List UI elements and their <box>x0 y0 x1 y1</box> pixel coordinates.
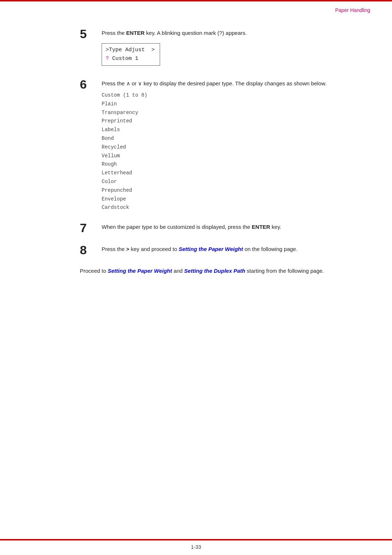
list-item: Cardstock <box>102 203 370 212</box>
step-7-desc: When the paper type to be customized is … <box>102 223 370 231</box>
main-content: 5 Press the ENTER key. A blinking questi… <box>80 29 370 533</box>
step-8-gt-key: > <box>126 246 130 252</box>
step-5-qmark: ? <box>219 30 222 36</box>
top-border <box>0 0 392 1</box>
arrow-up-icon: ∧ <box>126 80 130 86</box>
step-6-row: 6 Press the ∧ or ∨ key to display the de… <box>80 80 370 212</box>
arrow-down-icon: ∨ <box>138 80 142 86</box>
header-title: Paper Handling <box>335 7 370 13</box>
step-8-link[interactable]: Setting the Paper Weight <box>179 246 243 252</box>
step-7-enter-key: ENTER <box>252 224 270 230</box>
paper-type-list: Custom (1 to 8) Plain Transparency Prepr… <box>102 91 370 212</box>
proceed-paragraph: Proceed to Setting the Paper Weight and … <box>80 267 370 275</box>
step-7-content: When the paper type to be customized is … <box>102 223 370 234</box>
list-item: Envelope <box>102 195 370 204</box>
list-item: Letterhead <box>102 169 370 178</box>
list-item: Vellum <box>102 152 370 161</box>
step-7-number: 7 <box>80 222 102 234</box>
list-item: Rough <box>102 160 370 169</box>
step-8-content: Press the > key and proceed to Setting t… <box>102 245 370 256</box>
list-item: Custom (1 to 8) <box>102 91 370 100</box>
step-5-number: 5 <box>80 28 102 40</box>
step-5-desc: Press the ENTER key. A blinking question… <box>102 29 370 37</box>
list-item: Preprinted <box>102 117 370 126</box>
lcd-cursor: ? <box>106 56 109 62</box>
list-item: Plain <box>102 100 370 109</box>
step-6-number: 6 <box>80 78 102 90</box>
page-number: 1-33 <box>191 544 201 550</box>
step-5-content: Press the ENTER key. A blinking question… <box>102 29 370 69</box>
list-item: Bond <box>102 134 370 143</box>
step-8-row: 8 Press the > key and proceed to Setting… <box>80 245 370 256</box>
step-6-content: Press the ∧ or ∨ key to display the desi… <box>102 80 370 212</box>
list-item: Labels <box>102 126 370 134</box>
lcd-display: >Type Adjust > ? Custom 1 <box>102 43 160 66</box>
step-5-enter-key: ENTER <box>126 30 145 36</box>
list-item: Recycled <box>102 143 370 152</box>
bottom-border <box>0 539 392 540</box>
list-item: Transparency <box>102 109 370 117</box>
step-8-desc: Press the > key and proceed to Setting t… <box>102 245 370 254</box>
proceed-link-2[interactable]: Setting the Duplex Path <box>184 268 245 274</box>
page-footer: 1-33 <box>0 544 392 550</box>
step-7-row: 7 When the paper type to be customized i… <box>80 223 370 234</box>
step-6-desc: Press the ∧ or ∨ key to display the desi… <box>102 80 370 88</box>
proceed-link-1[interactable]: Setting the Paper Weight <box>108 268 172 274</box>
page-header: Paper Handling <box>335 7 370 13</box>
list-item: Prepunched <box>102 186 370 195</box>
list-item: Color <box>102 178 370 186</box>
step-8-number: 8 <box>80 244 102 256</box>
lcd-line2: ? Custom 1 <box>106 54 155 63</box>
step-5-row: 5 Press the ENTER key. A blinking questi… <box>80 29 370 69</box>
lcd-line1: >Type Adjust > <box>106 46 155 54</box>
